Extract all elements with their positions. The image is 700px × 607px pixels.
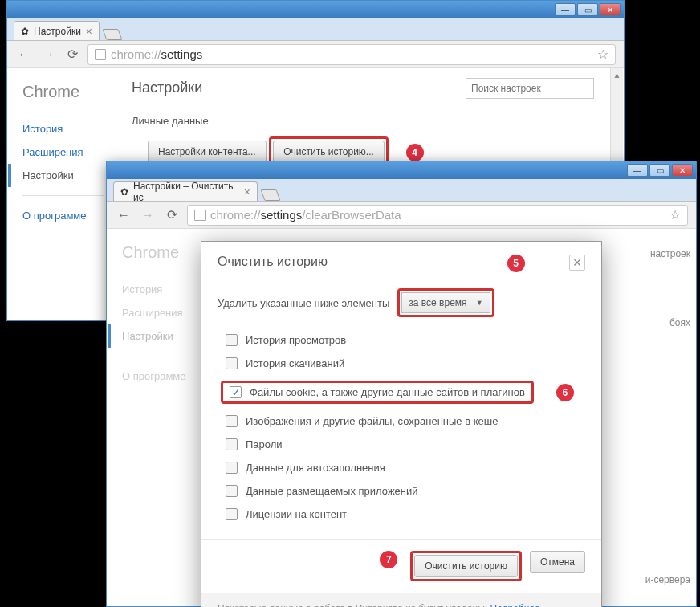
- checkbox-label: Данные размещаемых приложений: [246, 485, 418, 497]
- forward-button[interactable]: →: [139, 206, 157, 224]
- checkbox[interactable]: [230, 386, 242, 398]
- close-button[interactable]: ✕: [672, 164, 693, 177]
- titlebar[interactable]: — ▭ ✕: [107, 161, 696, 179]
- dialog-body: Удалить указанные ниже элементы за все в…: [201, 279, 601, 539]
- bg-text: бояx: [669, 317, 690, 328]
- dialog-footer: 7 Очистить историю Отмена: [201, 539, 601, 593]
- url-input[interactable]: chrome://settings/clearBrowserData ☆: [187, 205, 688, 226]
- tab-title: Настройки: [34, 26, 81, 37]
- url-text: chrome://settings: [111, 47, 202, 61]
- clear-history-button[interactable]: Очистить историю...: [273, 141, 385, 163]
- checkbox-label: Лицензии на контент: [246, 508, 347, 520]
- url-input[interactable]: chrome://settings ☆: [88, 44, 616, 65]
- sidebar-item-history[interactable]: История: [22, 117, 120, 141]
- highlight-frame-5: за все время: [397, 288, 494, 317]
- dialog-header: Очистить историю 5 ×: [201, 242, 601, 279]
- reload-button[interactable]: ⟳: [163, 206, 181, 224]
- clear-history-dialog: Очистить историю 5 × Удалить указанные н…: [201, 241, 602, 607]
- reload-button[interactable]: ⟳: [63, 46, 81, 63]
- checkbox-row: История скачиваний: [218, 352, 585, 375]
- gear-icon: ✿: [120, 186, 128, 198]
- checkbox-label: История просмотров: [246, 334, 346, 346]
- checkbox-row: Изображения и другие файлы, сохраненные …: [218, 409, 585, 433]
- checkbox[interactable]: [226, 462, 238, 474]
- separator: [22, 195, 104, 196]
- back-button[interactable]: ←: [15, 46, 33, 63]
- tab-close-icon[interactable]: ×: [244, 185, 250, 198]
- checkbox-label: Файлы cookie, а также другие данные сайт…: [250, 386, 525, 398]
- checkbox[interactable]: [226, 438, 238, 450]
- checkbox[interactable]: [226, 357, 238, 369]
- delete-period-row: Удалить указанные ниже элементы за все в…: [218, 288, 585, 317]
- minimize-button[interactable]: —: [555, 3, 576, 16]
- learn-more-link[interactable]: Подробнее...: [490, 603, 548, 607]
- tab-strip: ✿ Настройки – Очистить ис ×: [107, 179, 696, 202]
- brand-label: Chrome: [22, 83, 120, 101]
- maximize-button[interactable]: ▭: [577, 3, 598, 16]
- tab-strip: ✿ Настройки ×: [7, 18, 624, 41]
- highlight-frame-6: Файлы cookie, а также другие данные сайт…: [221, 381, 534, 404]
- checkbox-row: Пароли: [218, 433, 585, 456]
- address-bar: ← → ⟳ chrome://settings/clearBrowserData…: [107, 202, 696, 229]
- step-badge-5: 5: [507, 255, 525, 272]
- maximize-button[interactable]: ▭: [649, 164, 670, 177]
- bookmark-star-icon[interactable]: ☆: [669, 207, 681, 222]
- checkbox[interactable]: [226, 334, 238, 346]
- checkbox-row: История просмотров: [218, 328, 585, 352]
- tab-title: Настройки – Очистить ис: [133, 181, 239, 203]
- tab-close-icon[interactable]: ×: [86, 25, 92, 38]
- titlebar[interactable]: — ▭ ✕: [7, 1, 624, 18]
- back-button[interactable]: ←: [115, 206, 132, 224]
- page-icon: [95, 49, 106, 60]
- new-tab-button[interactable]: [260, 189, 280, 201]
- search-settings-input[interactable]: [466, 78, 594, 99]
- scroll-up-arrow-icon[interactable]: ▲: [611, 68, 623, 81]
- checkbox-label: Данные для автозаполнения: [246, 462, 385, 474]
- tab-settings-clear[interactable]: ✿ Настройки – Очистить ис ×: [113, 181, 258, 201]
- delete-label: Удалить указанные ниже элементы: [218, 297, 389, 309]
- content-settings-button[interactable]: Настройки контента...: [148, 141, 267, 163]
- checkbox-row: Файлы cookie, а также другие данные сайт…: [218, 375, 585, 409]
- checkbox-label: Изображения и другие файлы, сохраненные …: [246, 415, 498, 427]
- checkbox-row: Данные для автозаполнения: [218, 456, 585, 479]
- page-icon: [194, 210, 206, 221]
- step-badge-4: 4: [406, 144, 424, 161]
- dialog-title: Очистить историю: [218, 255, 328, 269]
- forward-button[interactable]: →: [39, 46, 57, 63]
- dialog-close-button[interactable]: ×: [569, 255, 585, 271]
- dialog-note: Некоторые данные о работе в Интернете не…: [201, 593, 601, 607]
- sidebar: Chrome История Расширения Настройки О пр…: [8, 68, 120, 320]
- checkbox[interactable]: [226, 415, 238, 427]
- step-badge-7: 7: [380, 551, 397, 568]
- period-dropdown[interactable]: за все время: [401, 292, 490, 313]
- checkbox-row: Лицензии на контент: [218, 503, 585, 526]
- address-bar: ← → ⟳ chrome://settings ☆: [7, 41, 624, 68]
- divider: [132, 108, 594, 108]
- checkbox-label: История скачиваний: [246, 357, 344, 369]
- checkbox[interactable]: [226, 485, 238, 497]
- sidebar-item-settings[interactable]: Настройки: [8, 164, 120, 187]
- bg-text-placeholder: настроек: [650, 248, 690, 259]
- checkbox-label: Пароли: [246, 438, 283, 450]
- gear-icon: ✿: [21, 26, 29, 37]
- bg-text: и-сервера: [645, 574, 690, 585]
- bookmark-star-icon[interactable]: ☆: [597, 47, 608, 62]
- cancel-button[interactable]: Отмена: [530, 551, 585, 573]
- checkbox-row: Данные размещаемых приложений: [218, 479, 585, 503]
- separator: [122, 356, 204, 356]
- tab-settings[interactable]: ✿ Настройки ×: [14, 21, 100, 40]
- url-text: chrome://settings/clearBrowserData: [210, 208, 401, 222]
- step-badge-6: 6: [556, 384, 574, 401]
- new-tab-button[interactable]: [102, 29, 122, 40]
- close-button[interactable]: ✕: [600, 3, 621, 16]
- checkbox[interactable]: [226, 508, 238, 520]
- highlight-frame-7: Очистить историю: [410, 551, 522, 581]
- minimize-button[interactable]: —: [627, 164, 648, 177]
- confirm-clear-button[interactable]: Очистить историю: [414, 555, 518, 577]
- section-title: Личные данные: [132, 115, 594, 127]
